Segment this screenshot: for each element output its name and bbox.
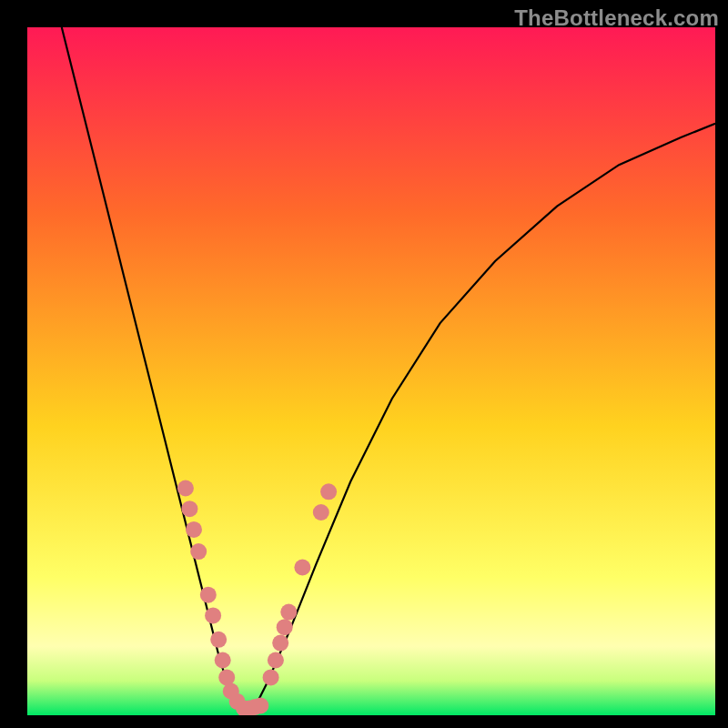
data-marker xyxy=(181,500,197,517)
data-marker xyxy=(200,587,217,603)
data-marker xyxy=(263,669,279,685)
data-marker xyxy=(320,483,337,500)
chart-root: TheBottleneck.com xyxy=(0,0,728,728)
data-marker xyxy=(210,632,227,648)
data-marker xyxy=(186,521,202,538)
data-marker xyxy=(205,607,221,623)
data-marker xyxy=(177,480,194,497)
gradient-background xyxy=(27,27,715,715)
data-marker xyxy=(280,604,297,621)
data-marker xyxy=(268,652,284,669)
data-marker xyxy=(313,504,329,521)
data-marker xyxy=(190,543,207,560)
data-marker xyxy=(277,619,293,635)
plot-area xyxy=(27,27,715,715)
data-marker xyxy=(294,560,310,576)
data-marker xyxy=(215,652,231,669)
chart-svg xyxy=(27,27,715,715)
data-marker xyxy=(252,697,268,713)
data-marker xyxy=(272,635,288,652)
